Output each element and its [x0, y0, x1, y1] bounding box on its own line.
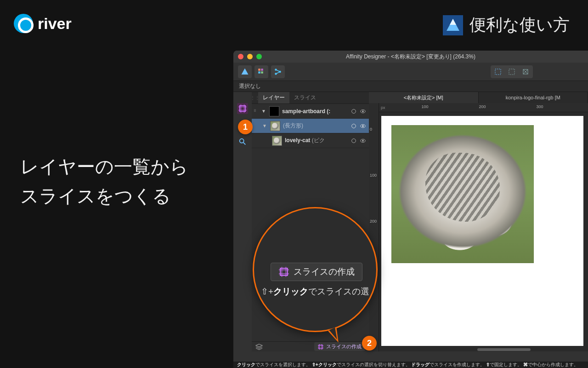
artboard-area[interactable]: [379, 112, 588, 351]
explain-line-2: スライスをつくる: [20, 181, 188, 211]
document-tabs: <名称未設定> [M] konpira-logo-final-rgb [M: [369, 92, 588, 103]
panel-footer: スライスの作成: [252, 341, 369, 351]
canvas-area: <名称未設定> [M] konpira-logo-final-rgb [M 0 …: [369, 92, 588, 351]
select-transform-icon[interactable]: [519, 66, 532, 77]
layer-lock-icon[interactable]: [351, 123, 357, 129]
svg-point-22: [362, 110, 364, 112]
persona-designer-button[interactable]: [238, 65, 252, 78]
svg-marker-1: [450, 19, 456, 25]
selection-status: 選択なし: [233, 81, 588, 92]
persona-pixel-button[interactable]: [254, 65, 268, 78]
svg-marker-2: [242, 68, 249, 75]
layer-visibility-icon[interactable]: [360, 138, 366, 144]
callout-badge-2: 2: [362, 336, 377, 351]
panel-grip-icon[interactable]: ⋮⋮: [252, 95, 258, 100]
svg-rect-13: [240, 106, 246, 112]
svg-rect-3: [258, 69, 260, 71]
artboard[interactable]: [381, 116, 583, 346]
disclosure-triangle-icon[interactable]: ▼: [262, 123, 267, 128]
document-tab[interactable]: <名称未設定> [M]: [369, 92, 479, 103]
svg-rect-4: [261, 69, 263, 71]
explain-text: レイヤーの一覧から スライスをつくる: [20, 152, 188, 211]
cat-image[interactable]: [391, 125, 534, 263]
create-slice-button-small[interactable]: スライスの作成: [314, 342, 365, 351]
create-slice-label-small: スライスの作成: [326, 343, 362, 350]
zoom-tool[interactable]: [237, 136, 248, 147]
callout-badge-1: 1: [238, 120, 253, 134]
svg-line-19: [243, 143, 246, 145]
magnifier-callout: スライスの作成 ⇧+クリックでスライスの選: [253, 207, 378, 332]
svg-point-23: [352, 124, 356, 128]
affinity-designer-icon: [443, 15, 463, 35]
svg-rect-11: [509, 69, 514, 75]
layer-name-label: (長方形): [283, 122, 348, 130]
panel-tabs: ⋮⋮ レイヤー スライス: [252, 92, 369, 104]
slice-tool[interactable]: [237, 103, 248, 114]
svg-point-28: [362, 140, 364, 142]
magnifier-hint-text: ⇧+クリックでスライスの選: [254, 286, 376, 298]
disclosure-triangle-icon[interactable]: ▼: [261, 109, 266, 114]
layer-lock-icon[interactable]: [351, 138, 357, 144]
layers-stack-icon[interactable]: [255, 343, 263, 351]
layer-list: ⠿ ▼ sample-artboard (: ▼ (長方形): [252, 104, 369, 148]
tab-layers[interactable]: レイヤー: [258, 92, 289, 104]
layer-name-label: sample-artboard (:: [282, 108, 348, 115]
brand-logo-block: river: [14, 14, 72, 33]
svg-point-18: [240, 139, 244, 143]
tagline-text: 便利な使い方: [469, 14, 570, 36]
river-logo-icon: [14, 14, 33, 33]
explain-line-1: レイヤーの一覧から: [20, 152, 188, 181]
scrollbar-thumb[interactable]: [477, 348, 531, 351]
create-slice-label: スライスの作成: [294, 266, 355, 278]
layer-visibility-icon[interactable]: [360, 123, 366, 129]
selection-mode-group: [491, 65, 533, 78]
svg-rect-5: [258, 71, 260, 74]
main-toolbar: [233, 63, 588, 81]
layer-thumbnail: [272, 136, 282, 146]
layer-thumbnail: [269, 106, 279, 116]
create-slice-button[interactable]: スライスの作成: [271, 263, 362, 281]
select-all-icon[interactable]: [492, 66, 504, 77]
layer-row-rectangle[interactable]: ▼ (長方形): [252, 119, 369, 133]
svg-point-25: [362, 125, 364, 127]
brand-name: river: [38, 15, 72, 33]
layer-name-label: lovely-cat (ピク: [285, 137, 348, 144]
page-tagline: 便利な使い方: [443, 14, 570, 36]
svg-rect-10: [495, 69, 501, 75]
svg-point-26: [352, 138, 356, 143]
layer-visibility-icon[interactable]: [360, 108, 366, 115]
horizontal-scrollbar[interactable]: [407, 347, 583, 351]
layer-row-image[interactable]: lovely-cat (ピク: [252, 133, 369, 148]
layer-lock-icon[interactable]: [351, 108, 357, 115]
drag-handle-icon[interactable]: ⠿: [254, 110, 258, 112]
ruler-unit-label: px: [381, 105, 385, 110]
select-touch-icon[interactable]: [505, 66, 518, 77]
layer-row-artboard[interactable]: ⠿ ▼ sample-artboard (:: [252, 104, 369, 119]
layer-thumbnail: [270, 121, 280, 131]
horizontal-ruler: px 100 200 300: [379, 103, 588, 112]
svg-rect-34: [280, 268, 287, 275]
tab-slices[interactable]: スライス: [289, 92, 321, 104]
persona-export-button[interactable]: [271, 65, 285, 78]
svg-rect-6: [261, 71, 263, 74]
window-title: Affinity Designer - <名称未設定> [変更あり] (264.…: [233, 53, 588, 61]
vertical-ruler: 0 100 200 300: [369, 103, 379, 351]
titlebar: Affinity Designer - <名称未設定> [変更あり] (264.…: [233, 51, 588, 63]
svg-point-20: [352, 109, 356, 113]
hint-bar: クリックでスライスを選択します。 ⇧+クリックでスライスの選択を切り替えます。 …: [233, 362, 588, 368]
document-tab[interactable]: konpira-logo-final-rgb [M: [479, 92, 588, 103]
